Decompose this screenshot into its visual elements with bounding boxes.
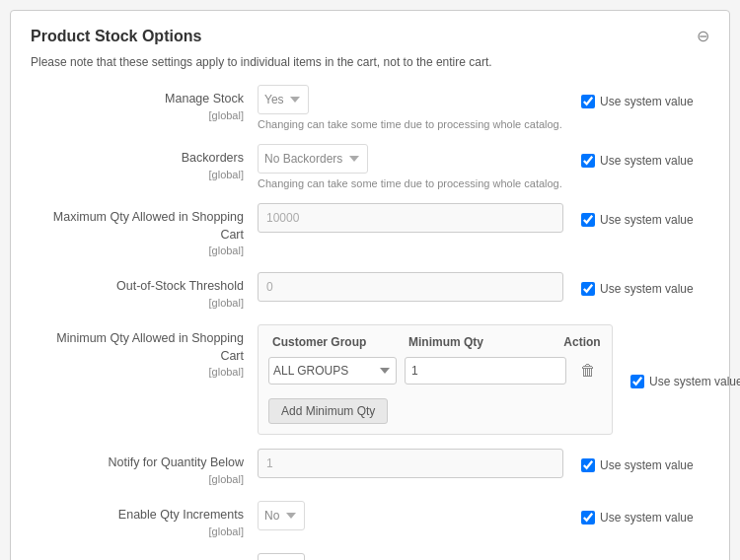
backorders-control: No Backorders Use system value Changing … <box>258 144 709 189</box>
notify-qty-checkbox[interactable] <box>581 458 595 472</box>
max-qty-input[interactable] <box>258 203 563 233</box>
notify-qty-input[interactable] <box>258 449 563 478</box>
out-of-stock-use-system: Use system value <box>571 278 709 296</box>
manage-stock-use-system-label: Use system value <box>600 95 694 108</box>
enable-qty-increments-use-system: Use system value <box>571 507 709 525</box>
max-qty-use-system: Use system value <box>571 209 709 227</box>
notify-qty-row: Notify for Quantity Below [global] Use s… <box>31 449 709 487</box>
collapse-icon[interactable]: ⊖ <box>697 27 709 45</box>
enable-qty-increments-select[interactable]: No <box>258 501 305 530</box>
min-qty-value-input[interactable] <box>405 357 566 385</box>
backorders-row: Backorders [global] No Backorders Use sy… <box>31 144 709 189</box>
return-credit-memo-select-wrap: No <box>258 553 563 560</box>
panel-note: Please note that these settings apply to… <box>31 55 709 69</box>
min-qty-table-row: ALL GROUPS 🗑 <box>268 357 602 385</box>
max-qty-row: Maximum Qty Allowed in Shopping Cart [gl… <box>31 203 709 258</box>
backorders-use-system-label: Use system value <box>600 154 694 168</box>
max-qty-use-system-label: Use system value <box>600 213 694 227</box>
panel-title: Product Stock Options <box>31 28 201 45</box>
min-qty-table: Customer Group Minimum Qty Action ALL GR… <box>258 324 613 435</box>
backorders-label: Backorders [global] <box>31 144 258 182</box>
backorders-hint: Changing can take some time due to proce… <box>258 177 709 189</box>
out-of-stock-control: Use system value <box>258 272 709 302</box>
out-of-stock-label: Out-of-Stock Threshold [global] <box>31 272 258 311</box>
notify-qty-label: Notify for Quantity Below [global] <box>31 449 258 487</box>
out-of-stock-input[interactable] <box>258 272 563 302</box>
min-qty-use-system-label: Use system value <box>649 375 740 388</box>
min-qty-label: Minimum Qty Allowed in Shopping Cart [gl… <box>31 324 258 380</box>
add-minimum-qty-button[interactable]: Add Minimum Qty <box>268 398 388 424</box>
col-customer-group-header: Customer Group <box>272 335 401 349</box>
customer-group-select[interactable]: ALL GROUPS <box>268 357 397 385</box>
enable-qty-increments-select-wrap: No <box>258 501 563 530</box>
manage-stock-control: Yes Use system value Changing can take s… <box>258 85 709 130</box>
manage-stock-checkbox[interactable] <box>581 95 595 108</box>
min-qty-use-system: Use system value <box>621 371 740 388</box>
return-credit-memo-row: Automatically Return Credit Memo Item to… <box>31 553 709 560</box>
col-action-header: Action <box>562 335 602 349</box>
return-credit-memo-control: No <box>258 553 709 560</box>
enable-qty-increments-label: Enable Qty Increments [global] <box>31 501 258 539</box>
panel-header: Product Stock Options ⊖ <box>31 27 709 45</box>
min-qty-control: Customer Group Minimum Qty Action ALL GR… <box>258 324 740 435</box>
min-qty-row: Minimum Qty Allowed in Shopping Cart [gl… <box>31 324 709 435</box>
manage-stock-select[interactable]: Yes <box>258 85 309 114</box>
backorders-select[interactable]: No Backorders <box>258 144 368 174</box>
max-qty-checkbox[interactable] <box>581 213 595 227</box>
manage-stock-row: Manage Stock [global] Yes Use system val… <box>31 85 709 130</box>
enable-qty-increments-use-system-label: Use system value <box>600 511 694 525</box>
col-minimum-qty-header: Minimum Qty <box>408 335 555 349</box>
return-credit-memo-label: Automatically Return Credit Memo Item to… <box>31 553 258 560</box>
return-credit-memo-select[interactable]: No <box>258 553 305 560</box>
notify-qty-use-system: Use system value <box>571 455 709 472</box>
backorders-select-wrap: No Backorders <box>258 144 563 174</box>
manage-stock-use-system: Use system value <box>571 91 709 108</box>
enable-qty-increments-checkbox[interactable] <box>581 511 595 525</box>
manage-stock-label: Manage Stock [global] <box>31 85 258 123</box>
product-stock-options-panel: Product Stock Options ⊖ Please note that… <box>10 10 730 560</box>
manage-stock-hint: Changing can take some time due to proce… <box>258 118 709 130</box>
enable-qty-increments-control: No Use system value <box>258 501 709 530</box>
out-of-stock-use-system-label: Use system value <box>600 282 694 296</box>
max-qty-label: Maximum Qty Allowed in Shopping Cart [gl… <box>31 203 258 258</box>
min-qty-table-header: Customer Group Minimum Qty Action <box>268 335 602 349</box>
notify-qty-control: Use system value <box>258 449 709 478</box>
notify-qty-use-system-label: Use system value <box>600 458 694 472</box>
enable-qty-increments-row: Enable Qty Increments [global] No Use sy… <box>31 501 709 539</box>
min-qty-checkbox[interactable] <box>630 375 644 388</box>
max-qty-control: Use system value <box>258 203 709 233</box>
backorders-checkbox[interactable] <box>581 154 595 168</box>
delete-min-qty-button[interactable]: 🗑 <box>574 357 602 385</box>
manage-stock-select-wrap: Yes <box>258 85 563 114</box>
out-of-stock-row: Out-of-Stock Threshold [global] Use syst… <box>31 272 709 311</box>
backorders-use-system: Use system value <box>571 150 709 168</box>
out-of-stock-checkbox[interactable] <box>581 282 595 296</box>
